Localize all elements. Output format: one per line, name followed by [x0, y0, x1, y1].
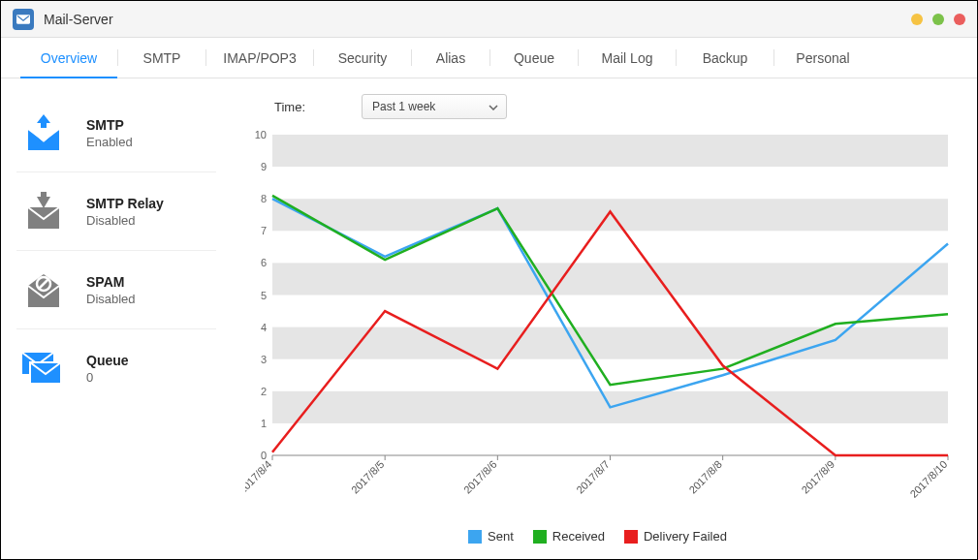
time-row: Time: Past 1 week [245, 88, 950, 129]
maximize-button[interactable] [932, 14, 944, 25]
legend-label-sent: Sent [488, 529, 514, 544]
sidebar-item-sub: Disabled [86, 292, 136, 306]
tab-alias[interactable]: Alias [412, 38, 489, 78]
titlebar: Mail-Server [1, 1, 977, 38]
sidebar: SMTPEnabled SMTP RelayDisabled SPAMDisab… [1, 78, 226, 559]
minimize-button[interactable] [911, 14, 923, 25]
svg-text:2017/8/6: 2017/8/6 [461, 458, 499, 496]
svg-text:2017/8/4: 2017/8/4 [245, 458, 273, 496]
legend-swatch-sent [468, 530, 482, 544]
app-window: Mail-Server OverviewSMTPIMAP/POP3Securit… [0, 0, 978, 560]
tab-imap-pop3[interactable]: IMAP/POP3 [206, 38, 313, 78]
app-title: Mail-Server [44, 12, 113, 27]
chart-wrapper: 0123456789102017/8/42017/8/52017/8/62017… [245, 129, 950, 544]
svg-text:2017/8/10: 2017/8/10 [907, 458, 949, 500]
legend-item-failed: Delivery Failed [624, 529, 727, 544]
legend-label-received: Received [552, 529, 605, 544]
chart-area: 0123456789102017/8/42017/8/52017/8/62017… [245, 129, 950, 517]
svg-text:10: 10 [255, 129, 267, 140]
tab-smtp[interactable]: SMTP [118, 38, 205, 78]
legend-swatch-failed [624, 530, 638, 544]
sidebar-item-queue[interactable]: Queue0 [16, 329, 216, 407]
svg-rect-13 [272, 263, 948, 295]
svg-text:6: 6 [261, 257, 267, 268]
svg-text:1: 1 [261, 418, 267, 429]
svg-text:4: 4 [261, 322, 267, 333]
queue-icon [16, 347, 71, 389]
svg-rect-12 [272, 327, 948, 359]
app-icon [13, 9, 34, 30]
sidebar-item-sub: Enabled [86, 135, 133, 149]
sidebar-item-title: Queue [86, 353, 129, 368]
content: SMTPEnabled SMTP RelayDisabled SPAMDisab… [1, 78, 977, 559]
svg-text:2017/8/7: 2017/8/7 [574, 458, 612, 496]
tab-queue[interactable]: Queue [490, 38, 578, 78]
tab-overview[interactable]: Overview [20, 38, 117, 78]
svg-text:2017/8/8: 2017/8/8 [686, 458, 724, 496]
chevron-down-icon [489, 100, 498, 113]
sidebar-item-smtp[interactable]: SMTPEnabled [16, 94, 216, 172]
tabbar: OverviewSMTPIMAP/POP3SecurityAliasQueueM… [1, 38, 977, 78]
sidebar-item-smtp-relay[interactable]: SMTP RelayDisabled [16, 172, 216, 251]
svg-rect-14 [272, 199, 948, 231]
time-range-selected: Past 1 week [372, 100, 435, 113]
tab-security[interactable]: Security [314, 38, 411, 78]
svg-text:7: 7 [261, 225, 267, 236]
sidebar-item-title: SMTP [86, 117, 133, 133]
smtp-out-icon [16, 111, 71, 154]
spam-icon [16, 268, 71, 311]
legend-item-sent: Sent [468, 529, 514, 544]
tab-backup[interactable]: Backup [677, 38, 773, 78]
svg-text:8: 8 [261, 193, 267, 204]
svg-text:2017/8/5: 2017/8/5 [349, 458, 387, 496]
sidebar-item-title: SPAM [86, 274, 136, 290]
close-button[interactable] [954, 14, 965, 25]
window-controls [911, 14, 965, 25]
legend-label-failed: Delivery Failed [644, 529, 727, 544]
tab-personal[interactable]: Personal [774, 38, 871, 78]
time-label: Time: [274, 100, 323, 114]
chart-svg: 0123456789102017/8/42017/8/52017/8/62017… [245, 129, 950, 513]
main: Time: Past 1 week 0123456789102017/8/420… [226, 78, 977, 559]
time-range-select[interactable]: Past 1 week [362, 94, 507, 119]
svg-text:5: 5 [261, 290, 267, 301]
legend-swatch-received [533, 530, 547, 544]
svg-text:3: 3 [261, 354, 267, 365]
tab-mail-log[interactable]: Mail Log [579, 38, 676, 78]
legend-item-received: Received [533, 529, 605, 544]
svg-text:2: 2 [261, 386, 267, 397]
sidebar-item-title: SMTP Relay [86, 196, 164, 211]
chart-legend: Sent Received Delivery Failed [245, 529, 950, 544]
svg-text:2017/8/9: 2017/8/9 [799, 458, 836, 496]
sidebar-item-spam[interactable]: SPAMDisabled [16, 251, 216, 329]
sidebar-item-sub: 0 [86, 370, 129, 385]
smtp-relay-icon [16, 190, 71, 233]
svg-rect-15 [272, 135, 948, 167]
svg-text:9: 9 [261, 161, 267, 172]
sidebar-item-sub: Disabled [86, 213, 164, 228]
